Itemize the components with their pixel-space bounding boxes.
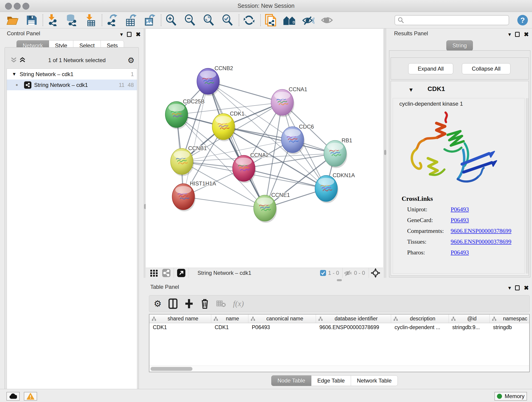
maximize-panel-icon[interactable] [515, 32, 520, 37]
tab-network-table[interactable]: Network Table [351, 375, 398, 386]
network-selection-status: 1 of 1 Network selected [26, 57, 128, 64]
zoom-selected-button[interactable] [221, 13, 234, 27]
detach-view-icon[interactable] [177, 268, 186, 278]
scrollbar-thumb[interactable] [151, 367, 192, 371]
tab-string[interactable]: String [446, 40, 473, 51]
maximize-panel-icon[interactable] [515, 285, 520, 290]
table-row[interactable]: CDK1CDK1P064939606.ENSP00000378699cyclin… [149, 323, 529, 332]
save-session-button[interactable] [25, 13, 38, 27]
table-cell[interactable]: CDK1 [211, 323, 248, 332]
column-header-name[interactable]: name [211, 314, 248, 323]
warnings-button[interactable] [24, 392, 37, 401]
expand-all-button[interactable]: Expand All [408, 63, 453, 74]
table-cell[interactable]: 9606.ENSP00000378699 [316, 323, 391, 332]
column-type-icon [152, 317, 156, 321]
birdseye-grid-icon[interactable] [149, 268, 159, 278]
import-table-button[interactable] [84, 13, 97, 27]
crosslink-link[interactable]: P06493 [451, 217, 469, 224]
expand-all-icon[interactable] [19, 57, 26, 64]
table-cell[interactable]: stringdb:9... [449, 323, 490, 332]
right-splitter[interactable] [384, 28, 386, 278]
import-network-from-database-button[interactable] [65, 13, 78, 27]
crosslink-link[interactable]: P06493 [451, 206, 469, 213]
table-cell[interactable]: CDK1 [149, 323, 211, 332]
collapse-all-icon[interactable] [10, 57, 18, 64]
bottom-splitter[interactable] [146, 278, 532, 282]
network-row[interactable]: ● String Network – cdk1 11 48 [7, 80, 137, 90]
tree-expanded-icon[interactable]: ▼ [12, 71, 17, 77]
selected-checkbox-icon[interactable] [320, 270, 326, 276]
column-header-description[interactable]: description [391, 314, 449, 323]
table-cell[interactable]: P06493 [248, 323, 316, 332]
show-all-button[interactable] [320, 13, 334, 27]
network-icon [24, 81, 32, 89]
cloud-status-button[interactable] [6, 392, 20, 401]
edge-CCNB2-CCNE1[interactable] [208, 81, 265, 208]
zoom-in-button[interactable] [165, 13, 178, 27]
delete-column-icon[interactable] [201, 298, 209, 309]
entry-expanded-icon[interactable]: ▼ [408, 87, 414, 93]
column-header-namespac[interactable]: namespac [490, 314, 529, 323]
maximize-panel-icon[interactable] [127, 32, 132, 37]
network-thumbnail-icon[interactable] [162, 268, 171, 278]
node-CDC6[interactable]: CDC6 [281, 123, 314, 154]
network-options-gear-icon[interactable]: ⚙ [128, 56, 134, 65]
node-CDKN1A[interactable]: CDKN1A [315, 172, 355, 203]
column-header-canonical-name[interactable]: canonical name [248, 314, 316, 323]
column-header-label: shared name [156, 316, 211, 322]
column-header-label: @id [456, 316, 489, 322]
refresh-icon [244, 15, 254, 26]
crosslink-link[interactable]: 9606.ENSP00000378699 [451, 228, 511, 235]
fit-content-crosshair-icon[interactable] [371, 268, 380, 278]
open-session-button[interactable] [6, 13, 19, 27]
edge-CCNA2-CDKN1A[interactable] [244, 168, 326, 188]
float-panel-icon[interactable]: ▾ [508, 285, 511, 291]
help-button[interactable]: ? [517, 15, 528, 26]
close-panel-icon[interactable]: ✖ [524, 31, 529, 38]
zoom-fit-button[interactable] [202, 13, 215, 27]
crosslink-link[interactable]: 9606.ENSP00000378699 [451, 238, 511, 245]
float-panel-icon[interactable]: ▾ [120, 31, 123, 38]
table-cell[interactable]: stringdb [490, 323, 529, 332]
close-panel-icon[interactable]: ✖ [524, 284, 529, 292]
crosslink-row: GeneCard:P06493 [407, 217, 522, 226]
network-view: CCNB2CCNA1CDC25BCDK1CDC6RB1CCNB1CCNA2CDK… [146, 28, 383, 278]
crosslink-link[interactable]: P06493 [451, 249, 469, 256]
export-image-button[interactable] [143, 13, 156, 27]
close-panel-icon[interactable]: ✖ [136, 31, 141, 38]
create-column-icon[interactable] [184, 299, 194, 309]
node-CCNB2[interactable]: CCNB2 [197, 65, 233, 96]
network-canvas[interactable]: CCNB2CCNA1CDC25BCDK1CDC6RB1CCNB1CCNA2CDK… [146, 28, 383, 268]
float-panel-icon[interactable]: ▾ [508, 31, 511, 38]
tab-edge-table[interactable]: Edge Table [311, 375, 351, 386]
apply-layout-button[interactable] [242, 13, 256, 27]
column-header--id[interactable]: @id [449, 314, 490, 323]
node-CCNA1[interactable]: CCNA1 [271, 86, 307, 117]
column-header-database-identifier[interactable]: database identifier [316, 314, 391, 323]
entry-scrollbar[interactable] [526, 98, 529, 274]
collapse-all-button[interactable]: Collapse All [462, 63, 510, 74]
zoom-out-button[interactable] [183, 13, 196, 27]
column-header-shared-name[interactable]: shared name [149, 314, 211, 323]
cdk1-entry-header[interactable]: ▼ CDK1 [391, 81, 529, 98]
first-neighbors-button[interactable] [283, 13, 296, 27]
import-network-button[interactable] [46, 13, 60, 27]
memory-button[interactable]: Memory [494, 392, 527, 401]
table-cell[interactable]: cyclin-dependent ... [391, 323, 449, 332]
tab-node-table[interactable]: Node Table [271, 375, 311, 386]
search-input[interactable] [394, 15, 509, 25]
table-h-scrollbar[interactable] [149, 366, 529, 372]
new-network-from-selection-button[interactable] [264, 13, 277, 27]
network-collection-row[interactable]: ▼ String Network – cdk1 1 [7, 69, 137, 80]
export-network-button[interactable] [105, 13, 119, 27]
node-RB1[interactable]: RB1 [324, 137, 352, 168]
show-columns-icon[interactable] [168, 298, 177, 309]
edge-HIST1H1A-CCNE1[interactable] [183, 197, 265, 208]
node-label: CCNB1 [188, 145, 207, 151]
export-table-button[interactable] [124, 13, 138, 27]
node-label: HIST1H1A [190, 180, 216, 186]
node-HIST1H1A[interactable]: HIST1H1A [172, 180, 216, 211]
hide-selected-button[interactable] [302, 13, 315, 27]
network-panel-box: 1 of 1 Network selected ⚙ ▼ String Netwo… [5, 47, 139, 402]
table-options-gear-icon[interactable]: ⚙ [154, 299, 162, 309]
